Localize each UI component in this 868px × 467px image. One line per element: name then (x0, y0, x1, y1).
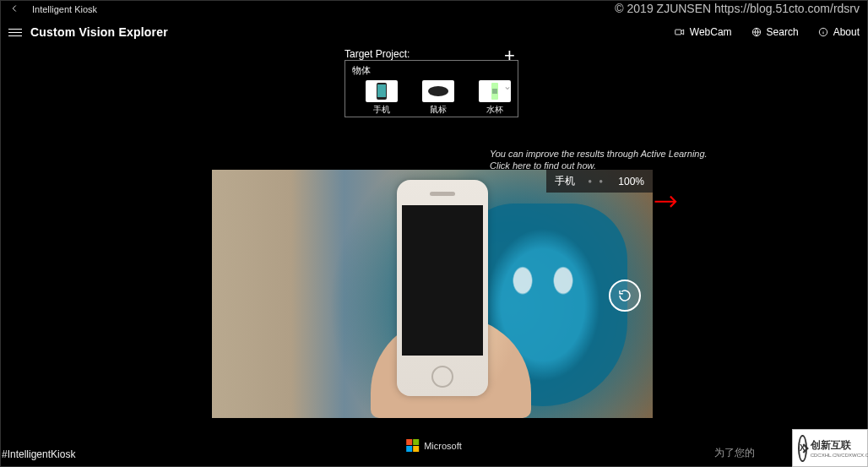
svg-point-5 (428, 86, 448, 96)
hamburger-icon[interactable] (8, 29, 22, 36)
search-button[interactable]: Search (751, 26, 799, 38)
project-name: 物体 (352, 64, 511, 77)
search-label: Search (767, 26, 799, 38)
project-selector[interactable]: 物体 手机 鼠标 水杯 (344, 60, 518, 117)
class-thumb-phone[interactable]: 手机 (366, 80, 399, 116)
footer-hashtag: #IntelligentKiosk (2, 448, 75, 460)
svg-rect-4 (377, 84, 386, 97)
class-caption: 水杯 (486, 104, 503, 116)
refresh-button[interactable] (609, 280, 641, 312)
about-button[interactable]: About (817, 26, 860, 38)
back-arrow-icon[interactable] (7, 3, 22, 16)
company-name: 创新互联 (811, 438, 868, 453)
globe-icon (751, 26, 762, 38)
class-caption: 鼠标 (430, 104, 447, 116)
refresh-icon (617, 288, 632, 303)
webcam-button[interactable]: WebCam (674, 26, 732, 38)
target-project-label: Target Project: (344, 48, 410, 60)
info-icon (817, 26, 829, 38)
svg-rect-7 (492, 89, 497, 94)
webcam-label: WebCam (690, 26, 732, 38)
active-learning-hint[interactable]: You can improve the results through Acti… (490, 148, 708, 172)
about-label: About (833, 26, 860, 38)
class-thumb-mouse[interactable]: 鼠标 (422, 80, 455, 116)
company-watermark: X 创新互联 CDCXHL.CN/CDXWCX.CN (792, 429, 868, 467)
prediction-result: 手机 ● ● 100% (546, 170, 653, 193)
footer-brand: Microsoft (406, 439, 462, 452)
camera-feed: 手机 ● ● 100% (212, 170, 653, 418)
company-logo-icon: X (798, 435, 807, 462)
webcam-icon (674, 26, 686, 38)
prediction-label: 手机 (555, 174, 575, 188)
hint-line1: You can improve the results through Acti… (490, 148, 708, 160)
footer-right-text: 为了您的 (714, 446, 755, 460)
page-title: Custom Vision Explorer (30, 25, 168, 39)
title-bar: Intelligent Kiosk (0, 0, 868, 19)
phone-in-frame (397, 180, 488, 396)
header-bar: Custom Vision Explorer WebCam Search Abo… (0, 19, 868, 47)
company-sub: CDCXHL.CN/CDXWCX.CN (811, 453, 868, 458)
chevron-down-icon[interactable]: ⌄ (503, 80, 512, 92)
prediction-confidence: 100% (618, 176, 644, 187)
svg-rect-0 (675, 30, 681, 35)
microsoft-logo-icon (406, 439, 419, 452)
class-caption: 手机 (373, 104, 390, 116)
result-dots-icon: ● ● (575, 177, 618, 185)
app-title: Intelligent Kiosk (32, 4, 97, 14)
footer-brand-text: Microsoft (424, 441, 462, 451)
